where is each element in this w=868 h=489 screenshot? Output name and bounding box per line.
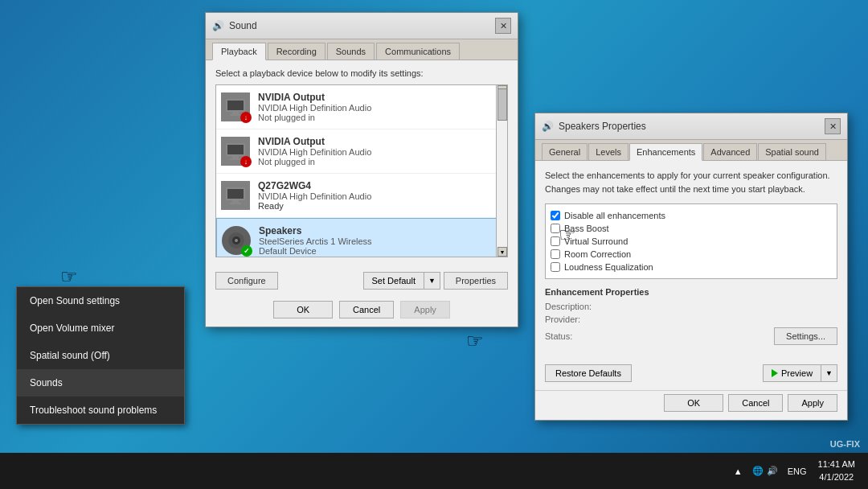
preview-arrow-button[interactable]: ▼ (821, 364, 837, 382)
context-menu-item-spatial-sound[interactable]: Spatial sound (Off) (17, 342, 184, 369)
sound-dialog-description: Select a playback device below to modify… (215, 68, 508, 78)
device-icon-wrapper-0: ↓ (221, 92, 250, 121)
configure-button[interactable]: Configure (215, 272, 278, 290)
device-name-1: NVIDIA Output (258, 136, 502, 147)
provider-field: Provider: (545, 314, 837, 324)
speakers-body: Select the enhancements to apply for you… (535, 161, 847, 360)
status-field: Status: Settings... (545, 327, 837, 345)
checkbox-disable-all-input[interactable] (551, 211, 560, 220)
checkbox-disable-all[interactable]: Disable all enhancements (551, 209, 832, 222)
preview-label: Preview (781, 368, 813, 378)
taskbar-right: ▲ 🌐 🔊 ENG 11:41 AM 4/1/2022 (734, 458, 862, 483)
speakers-tab-general[interactable]: General (542, 143, 588, 160)
device-icon-2 (221, 181, 250, 210)
taskbar-clock[interactable]: 11:41 AM 4/1/2022 (812, 458, 862, 483)
tab-communications[interactable]: Communications (376, 43, 460, 60)
checkbox-room-correction-input[interactable] (551, 249, 560, 259)
sound-icon: 🔊 (212, 20, 224, 31)
tab-sounds[interactable]: Sounds (327, 43, 375, 60)
device-list-container: ↓ NVIDIA Output NVIDIA High Definition A… (215, 84, 508, 257)
scrollbar-thumb[interactable] (497, 88, 507, 121)
checkbox-bass-boost-input[interactable] (551, 224, 560, 233)
tab-recording[interactable]: Recording (268, 43, 326, 60)
device-item-1[interactable]: ↓ NVIDIA Output NVIDIA High Definition A… (216, 129, 507, 174)
sound-apply-button[interactable]: Apply (400, 301, 450, 318)
speakers-tab-bar: General Levels Enhancements Advanced Spa… (535, 140, 847, 161)
set-default-arrow[interactable]: ▼ (424, 272, 440, 290)
restore-defaults-button[interactable]: Restore Defaults (545, 364, 632, 382)
checkbox-virtual-surround-input[interactable] (551, 236, 560, 246)
checkbox-bass-boost-label: Bass Boost (564, 224, 609, 233)
speakers-tab-levels[interactable]: Levels (588, 143, 628, 160)
cursor-hand-2: ☞ (466, 330, 484, 352)
device-item-0[interactable]: ↓ NVIDIA Output NVIDIA High Definition A… (216, 85, 507, 129)
volume-icon[interactable]: 🔊 (767, 466, 778, 476)
enhancements-box: Disable all enhancements Bass Boost Virt… (545, 203, 837, 279)
preview-button-group: Preview ▼ (763, 364, 837, 382)
sound-dialog-close[interactable]: ✕ (495, 18, 511, 34)
checkbox-loudness-eq-input[interactable] (551, 262, 560, 272)
settings-button[interactable]: Settings... (774, 327, 837, 345)
device-info-2: Q27G2WG4 NVIDIA High Definition Audio Re… (258, 180, 502, 211)
tab-playback[interactable]: Playback (212, 43, 266, 60)
device-item-2[interactable]: Q27G2WG4 NVIDIA High Definition Audio Re… (216, 174, 507, 218)
description-label: Description: (545, 302, 617, 311)
set-default-split: Set Default ▼ (363, 272, 440, 290)
checkbox-disable-all-label: Disable all enhancements (564, 211, 665, 220)
speakers-ok-button[interactable]: OK (664, 394, 723, 412)
speakers-tab-advanced[interactable]: Advanced (703, 143, 757, 160)
sound-dialog-body: Select a playback device below to modify… (206, 60, 518, 265)
context-menu-item-troubleshoot[interactable]: Troubleshoot sound problems (17, 397, 184, 424)
context-menu: Open Sound settings Open Volume mixer Sp… (16, 286, 185, 425)
sound-ok-button[interactable]: OK (273, 301, 333, 318)
taskbar: ▲ 🌐 🔊 ENG 11:41 AM 4/1/2022 (0, 453, 868, 489)
status-label: Status: (545, 331, 617, 341)
checkbox-room-correction[interactable]: Room Correction (551, 248, 832, 261)
speakers-description: Select the enhancements to apply for you… (545, 169, 837, 195)
device-status-2: Ready (258, 201, 502, 211)
provider-label: Provider: (545, 314, 617, 324)
scroll-down-arrow[interactable]: ▼ (497, 247, 507, 257)
device-name-3: Speakers (259, 225, 502, 236)
speakers-dialog-close[interactable]: ✕ (825, 118, 841, 134)
sound-dialog: 🔊 Sound ✕ Playback Recording Sounds Comm… (205, 12, 518, 327)
checkbox-loudness-eq[interactable]: Loudness Equalization (551, 261, 832, 273)
speakers-cancel-button[interactable]: Cancel (728, 394, 783, 412)
speakers-apply-button[interactable]: Apply (788, 394, 837, 412)
speakers-tab-spatial[interactable]: Spatial sound (758, 143, 826, 160)
taskbar-system-icons: 🌐 🔊 (747, 466, 783, 476)
device-icon-wrapper-2 (221, 181, 250, 210)
description-field: Description: (545, 302, 837, 311)
properties-button[interactable]: Properties (444, 272, 508, 290)
enhancement-properties-title: Enhancement Properties (545, 287, 837, 297)
device-status-0: Not plugged in (258, 113, 502, 122)
checkbox-virtual-surround[interactable]: Virtual Surround (551, 235, 832, 248)
expand-tray-icon[interactable]: ▲ (734, 466, 743, 476)
svg-rect-5 (227, 145, 244, 154)
device-item-3[interactable]: ✓ Speakers SteelSeries Arctis 1 Wireless… (216, 218, 507, 257)
device-status-3: Default Device (259, 246, 502, 256)
context-menu-item-sounds[interactable]: Sounds (17, 369, 184, 397)
device-icon-wrapper-1: ↓ (221, 137, 250, 166)
preview-button[interactable]: Preview (763, 364, 821, 382)
context-menu-item-volume-mixer[interactable]: Open Volume mixer (17, 314, 184, 342)
sound-dialog-tabs: Playback Recording Sounds Communications (206, 39, 518, 60)
speakers-tab-enhancements[interactable]: Enhancements (629, 143, 702, 161)
sound-dialog-titlebar: 🔊 Sound ✕ (206, 13, 518, 39)
device-name-2: Q27G2WG4 (258, 180, 502, 191)
svg-rect-11 (230, 203, 241, 204)
checkbox-bass-boost[interactable]: Bass Boost (551, 222, 832, 235)
sound-dialog-footer: OK Cancel Apply (206, 296, 518, 327)
sound-cancel-button[interactable]: Cancel (339, 301, 394, 318)
scrollbar-track[interactable]: ▲ ▼ (496, 85, 507, 257)
enhancement-properties-section: Enhancement Properties Description: Prov… (545, 287, 837, 345)
set-default-button[interactable]: Set Default (363, 272, 424, 290)
sound-dialog-title-left: 🔊 Sound (212, 20, 257, 31)
context-menu-item-open-sound[interactable]: Open Sound settings (17, 287, 184, 314)
speakers-dialog-titlebar: 🔊 Speakers Properties ✕ (535, 113, 847, 140)
device-badge-1: ↓ (240, 156, 252, 167)
device-info-1: NVIDIA Output NVIDIA High Definition Aud… (258, 136, 502, 166)
right-buttons: Set Default ▼ Properties (363, 272, 508, 290)
device-status-1: Not plugged in (258, 157, 502, 166)
network-icon[interactable]: 🌐 (752, 466, 764, 476)
